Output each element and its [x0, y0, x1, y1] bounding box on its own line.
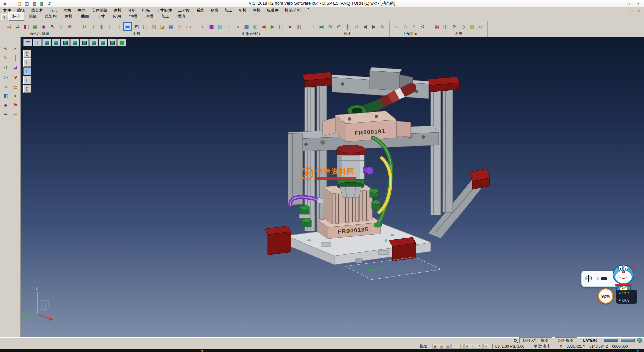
attribute-copy-icon[interactable]: ⇄ — [13, 22, 22, 31]
transparent-mode-icon[interactable]: ▯ — [115, 22, 123, 31]
render-icon[interactable]: ◐ — [199, 22, 207, 31]
app-logo-icon[interactable]: ◆ — [1, 1, 8, 7]
view-shaded-iso-icon[interactable] — [117, 39, 126, 46]
undo-icon[interactable]: ↺ — [46, 1, 52, 7]
globe-icon[interactable] — [637, 338, 642, 343]
measure-tool-icon[interactable]: ⌀ — [1, 82, 10, 90]
draft-analysis-icon[interactable]: ◫ — [141, 22, 149, 31]
sync-status-icon[interactable]: ⇅ — [477, 344, 483, 349]
view-bottom-icon[interactable] — [89, 39, 98, 46]
toolbar-options-button[interactable]: ▼ — [1, 14, 7, 20]
viewport-3d[interactable]: FR000191 FR000185 — [21, 37, 644, 337]
model-column-pair-right[interactable] — [427, 77, 460, 215]
menu-item[interactable]: ? — [304, 7, 312, 14]
units-indicator[interactable]: 单位: 毫米 — [531, 343, 553, 349]
textures-icon[interactable]: ▨ — [216, 22, 224, 31]
model-top-crossbar[interactable] — [332, 67, 429, 99]
wireframe-mode-icon[interactable]: ▯ — [89, 22, 97, 31]
snap-status-icon[interactable]: ▣ — [439, 344, 444, 349]
shadows-icon[interactable]: ◑ — [233, 22, 242, 31]
battery-percent-badge[interactable]: 92% — [598, 288, 613, 304]
menu-item[interactable]: 塑模 — [235, 7, 250, 14]
measure-icon[interactable]: ⌀ — [476, 22, 485, 31]
taskbar-tray-icon[interactable] — [637, 350, 639, 352]
background-icon[interactable]: ▧ — [242, 22, 251, 31]
materials-icon[interactable]: ▩ — [207, 22, 216, 31]
redraw-icon[interactable]: ↻ — [80, 22, 88, 31]
menu-item[interactable]: 视窗 — [207, 7, 221, 14]
view-top-icon[interactable] — [42, 39, 51, 46]
rotate-icon[interactable]: ↺ — [1, 63, 10, 72]
dock-panel-2-button[interactable]: ▯ — [23, 58, 31, 67]
mdi-minimize-button[interactable]: ─ — [621, 7, 628, 14]
new-file-icon[interactable]: □ — [9, 1, 15, 7]
absolute-view-indicator[interactable]: 绝对视图 — [555, 337, 577, 344]
trim-icon[interactable]: ✂ — [11, 44, 20, 53]
zoom-status-icon[interactable] — [514, 339, 517, 342]
lights-icon[interactable]: ☼ — [225, 22, 233, 31]
track-status-icon[interactable]: ◆ — [464, 344, 470, 349]
view-monitor-icon[interactable]: ◫ — [33, 39, 42, 46]
tab-4[interactable]: 建模 — [61, 12, 77, 21]
mdi-close-button[interactable]: × — [635, 7, 643, 14]
filter-clear-icon[interactable]: ⊗ — [66, 22, 74, 31]
workplane-reset-icon[interactable]: ↺ — [419, 22, 427, 31]
sketch-icon[interactable]: ✎ — [1, 54, 10, 62]
workplane-3points-icon[interactable]: △ — [401, 22, 410, 31]
layer-indicator[interactable]: LAYER0 — [580, 338, 601, 343]
snap-settings-icon[interactable]: ◇ — [459, 22, 467, 31]
system-settings-icon[interactable]: ⚙ — [450, 22, 459, 31]
dock-panel-4-button[interactable]: ▯ — [23, 76, 31, 84]
grid-settings-icon[interactable]: ▩ — [468, 22, 476, 31]
taskbar-app-icon[interactable] — [201, 350, 203, 352]
select-icon[interactable]: ↖ — [1, 44, 10, 53]
minimize-button[interactable]: ─ — [613, 0, 623, 7]
menu-item[interactable]: 标准件 — [264, 7, 282, 14]
color-swatch-primary[interactable] — [604, 339, 618, 342]
shading-toggle-icon[interactable]: ◩ — [132, 22, 141, 31]
view-right-icon[interactable] — [61, 39, 70, 46]
tab-8[interactable]: 塑模 — [125, 12, 141, 21]
move-icon[interactable]: ┼ — [11, 54, 20, 62]
model-yellow-tube[interactable] — [379, 158, 391, 212]
tab-5[interactable]: 曲面 — [77, 12, 93, 21]
element-filter-icon[interactable]: ◆ — [40, 22, 48, 31]
shaded-mode-icon[interactable]: ▮ — [97, 22, 106, 31]
model-corner-block-left[interactable] — [264, 226, 291, 255]
tab-3[interactable]: 线架构 — [41, 12, 61, 21]
layer-filter-icon[interactable]: ▦ — [31, 22, 39, 31]
section-view-icon[interactable]: ◪ — [158, 22, 167, 31]
grid-status-icon[interactable]: ▦ — [445, 344, 451, 349]
bounding-box-icon[interactable]: ▭ — [184, 22, 193, 31]
flag-icon[interactable]: ⚑ — [11, 101, 20, 109]
dock-panel-1-button[interactable]: ▯ — [23, 50, 31, 58]
previous-view-icon[interactable]: ◀ — [361, 22, 369, 31]
offset-icon[interactable]: ◎ — [1, 73, 10, 81]
image-export-icon[interactable]: ▥ — [294, 22, 303, 31]
mdi-restore-button[interactable]: □ — [628, 7, 635, 14]
color-palette-icon[interactable]: ▦ — [433, 22, 441, 31]
delete-icon[interactable]: ⊗ — [11, 73, 20, 81]
refresh-view-icon[interactable]: ↻ — [378, 22, 387, 31]
element-list-icon[interactable]: ☰ — [1, 110, 10, 119]
tab-9[interactable]: 冲模 — [141, 12, 157, 21]
view-list-icon[interactable]: ☰ — [23, 39, 32, 46]
moon-icon[interactable]: ☽ — [595, 276, 599, 281]
save-icon[interactable]: ◫ — [23, 1, 30, 7]
grid-display-icon[interactable]: ▦ — [167, 22, 175, 31]
pan-icon[interactable]: ┼ — [343, 22, 352, 31]
help-status-icon[interactable]: ? — [451, 344, 457, 349]
tab-10[interactable]: 加工 — [157, 12, 173, 21]
shade-toggle-icon[interactable]: ◧ — [1, 91, 10, 100]
color-swatch-secondary[interactable] — [621, 339, 635, 342]
cad-model[interactable]: FR000191 FR000185 — [21, 37, 644, 337]
lock-status-icon[interactable]: ▣ — [432, 344, 438, 349]
view-iso-back-icon[interactable] — [108, 39, 117, 46]
mirror-icon[interactable]: ⇄ — [11, 63, 20, 72]
color-filter-icon[interactable]: ◧ — [22, 22, 31, 31]
menu-item[interactable]: 系统 — [193, 7, 207, 14]
view-front-icon[interactable] — [52, 39, 60, 46]
view-back-icon[interactable] — [80, 39, 89, 46]
zoom-window-icon[interactable]: ▣ — [317, 22, 326, 31]
menu-item[interactable]: 加工 — [221, 7, 235, 14]
